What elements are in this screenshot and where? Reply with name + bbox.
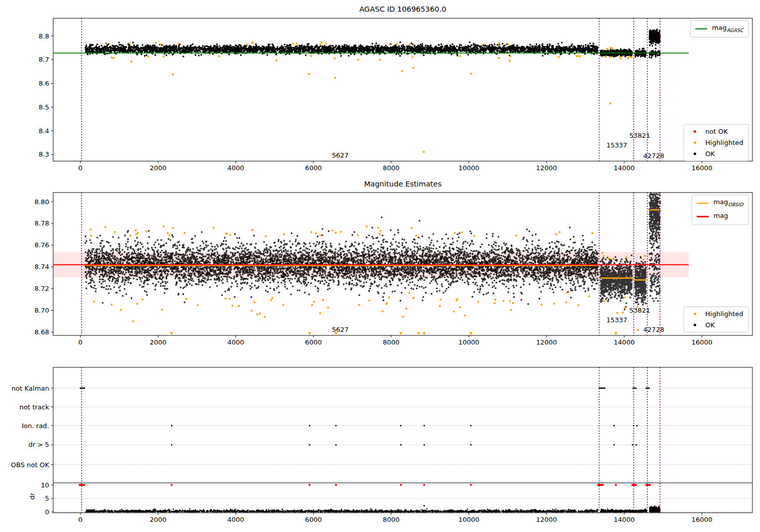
legend-mag-agasc: magAGASC <box>690 20 749 37</box>
y-tick-label: 8.74 <box>34 263 49 271</box>
plot-magnitude-estimates: 5627153375382142728020004000600080001000… <box>34 168 752 346</box>
legend-item-mag: mag <box>697 211 743 222</box>
obsid-annotation: 42728 <box>643 152 664 160</box>
legend-item-ok-2: OK <box>689 321 743 329</box>
flag-row-label: dr > 5 <box>28 441 49 448</box>
middle-plot-title: Magnitude Estimates <box>53 180 752 188</box>
y-tick-label: 8.68 <box>34 328 49 336</box>
orange-dot-icon <box>689 141 701 144</box>
y-tick-label: 8.6 <box>39 80 49 87</box>
plots-canvas: 5627153375382142728020004000600080001000… <box>0 0 760 532</box>
x-tick-label: 12000 <box>536 516 557 523</box>
legend-item-not-ok: not OK <box>689 127 743 136</box>
x-tick-label: 10000 <box>459 338 479 346</box>
y-tick-label: 8.8 <box>39 32 49 40</box>
x-tick-label: 16000 <box>692 516 712 523</box>
clipped-low-point-triangle <box>399 332 402 335</box>
clipped-low-point-triangle <box>308 332 311 335</box>
obsid-annotation: 5627 <box>332 326 349 333</box>
clipped-low-point-triangle <box>469 332 472 335</box>
y-tick-label: 8.70 <box>34 307 49 314</box>
ok-points <box>86 42 598 56</box>
x-tick-label: 8000 <box>383 338 399 346</box>
x-tick-label: 4000 <box>227 516 244 523</box>
x-tick-label: 4000 <box>227 164 244 172</box>
legend-item-mag-agasc: magAGASC <box>695 23 743 34</box>
legend-point-types-top: not OK Highlighted OK <box>683 124 749 161</box>
red-dot-icon <box>689 130 701 133</box>
legend-item-highlighted-2: Highlighted <box>689 310 743 318</box>
y-tick-label: 8.4 <box>39 127 49 135</box>
x-tick-label: 16000 <box>692 338 712 346</box>
obsid-annotation: 53821 <box>629 307 650 314</box>
legend-label-mag-obsid: magOBSID <box>713 198 743 209</box>
black-dot-icon <box>689 153 701 155</box>
legend-mag-lines: magOBSID mag <box>692 195 749 225</box>
dr-points <box>650 506 660 512</box>
obsid-annotation: 5627 <box>332 151 349 159</box>
ok-points <box>635 257 646 305</box>
x-tick-label: 16000 <box>692 164 712 172</box>
x-tick-label: 0 <box>79 164 83 172</box>
x-tick-label: 0 <box>79 516 83 523</box>
clipped-low-point-triangle <box>417 332 420 335</box>
x-tick-label: 0 <box>79 338 83 346</box>
x-tick-label: 10000 <box>459 164 479 172</box>
obsid-annotation: 42728 <box>643 326 664 333</box>
y-tick-label: 8.72 <box>34 285 49 292</box>
legend-label-ok-2: OK <box>705 321 715 329</box>
obsid-annotation: 53821 <box>629 132 650 139</box>
figure: 5627153375382142728020004000600080001000… <box>0 0 760 532</box>
y-tick-label: 8.5 <box>39 103 49 111</box>
x-tick-label: 2000 <box>149 164 166 172</box>
x-tick-label: 6000 <box>305 516 322 523</box>
legend-label-ok: OK <box>705 149 715 158</box>
legend-item-highlighted: Highlighted <box>689 138 743 147</box>
plot-flags-and-dr: 0200040006000800010000120001400016000not… <box>11 367 753 523</box>
clipped-low-point-triangle <box>614 332 617 335</box>
orange-dot-icon <box>689 313 701 315</box>
dr-points <box>600 509 647 512</box>
x-tick-label: 2000 <box>149 516 166 523</box>
flag-row-label: 5 <box>45 495 49 502</box>
legend-label-not-ok: not OK <box>705 127 728 136</box>
y-tick-label: 8.7 <box>39 56 49 63</box>
legend-label-mag-agasc: magAGASC <box>712 23 743 34</box>
x-tick-label: 8000 <box>383 516 399 523</box>
red-line-swatch <box>697 216 709 217</box>
y-tick-label: 8.3 <box>39 150 49 158</box>
dr-axis-label: dr <box>28 489 36 504</box>
y-tick-label: 8.76 <box>34 241 49 249</box>
highlighted-points <box>106 43 631 152</box>
x-tick-label: 14000 <box>614 516 634 523</box>
flag-row-label: not Kalman <box>12 385 49 392</box>
obsid-annotation: 15337 <box>606 141 627 149</box>
x-tick-label: 6000 <box>305 338 322 346</box>
obsid-annotation: 15337 <box>606 316 627 324</box>
x-tick-label: 12000 <box>536 338 557 346</box>
legend-point-types-middle: Highlighted OK <box>683 307 749 332</box>
x-tick-label: 8000 <box>383 164 399 172</box>
black-dot-icon <box>689 324 701 326</box>
legend-label-mag: mag <box>713 211 728 222</box>
flag-row-label: 0 <box>45 508 49 516</box>
top-plot-title: AGASC ID 106965360.0 <box>53 5 752 13</box>
legend-label-highlighted-2: Highlighted <box>705 310 743 318</box>
green-line-swatch <box>695 28 707 30</box>
x-tick-label: 14000 <box>614 164 634 172</box>
x-tick-label: 12000 <box>536 164 557 172</box>
legend-item-mag-obsid: magOBSID <box>697 198 743 209</box>
x-tick-label: 2000 <box>149 338 166 346</box>
legend-label-highlighted: Highlighted <box>705 138 743 147</box>
y-tick-label: 8.78 <box>34 219 49 227</box>
clipped-low-point-triangle <box>170 332 173 335</box>
flag-row-label: Ion. rad. <box>22 422 49 430</box>
x-tick-label: 14000 <box>614 338 634 346</box>
plot-agasc-mag: 5627153375382142728020004000600080001000… <box>39 18 752 172</box>
clipped-low-point-triangle <box>423 332 426 335</box>
y-tick-label: 8.80 <box>34 198 49 206</box>
x-tick-label: 10000 <box>459 516 479 523</box>
legend-item-ok: OK <box>689 149 743 158</box>
flag-row-label: OBS not OK <box>11 461 50 469</box>
x-tick-label: 4000 <box>227 338 244 346</box>
